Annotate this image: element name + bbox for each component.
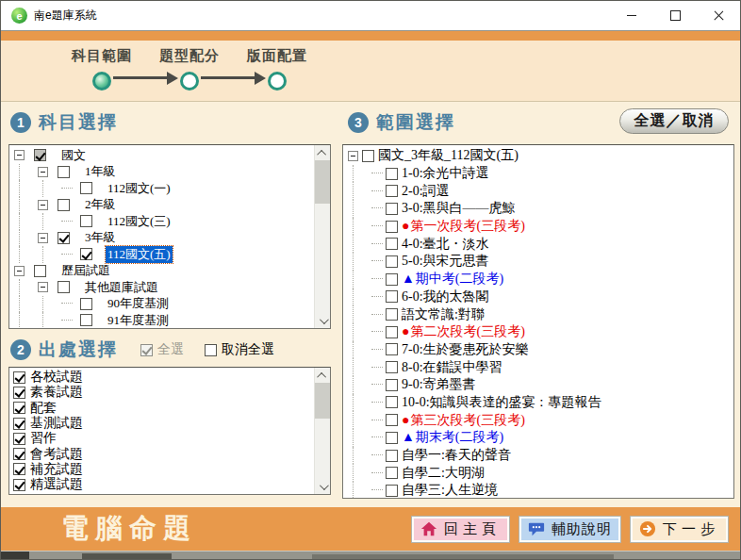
tree-checkbox[interactable] [80, 298, 92, 310]
tree-item-label[interactable]: 1年級 [85, 163, 116, 180]
tree-checkbox[interactable] [386, 485, 398, 497]
tree-expander-icon[interactable] [38, 167, 48, 177]
tree-checkbox[interactable] [386, 203, 398, 215]
list-item-checkbox[interactable] [13, 418, 25, 430]
tree-expander-icon[interactable] [38, 233, 48, 243]
tree-item-label[interactable]: ●第一次段考(三段考) [402, 218, 525, 235]
tree-item-label[interactable]: 4-0:臺北・淡水 [402, 236, 489, 253]
tree-checkbox[interactable] [34, 149, 46, 161]
tree-checkbox[interactable] [386, 450, 398, 462]
tree-checkbox[interactable] [386, 273, 398, 286]
list-item-checkbox[interactable] [13, 371, 25, 384]
tree-checkbox[interactable] [58, 281, 70, 293]
tree-item-label[interactable]: 112國文(五) [106, 246, 173, 263]
tree-item-label[interactable]: 語文常識:對聯 [402, 306, 485, 323]
tree-item[interactable]: ●第三次段考(三段考) [344, 411, 733, 429]
minimize-button[interactable] [610, 1, 653, 30]
list-item[interactable]: 配套 [10, 401, 313, 416]
tree-item-label[interactable]: 9-0:寄弟墨書 [402, 376, 476, 393]
scrollbar[interactable] [314, 145, 330, 328]
tree-checkbox[interactable] [386, 326, 398, 338]
select-all-checkbox[interactable] [140, 344, 153, 356]
tree-item[interactable]: 自學二:大明湖 [344, 464, 733, 482]
close-button[interactable] [697, 1, 740, 30]
tree-item-label[interactable]: 5-0:與宋元思書 [402, 253, 489, 270]
scroll-up-button[interactable] [315, 145, 330, 160]
scroll-up-button[interactable] [315, 368, 330, 383]
tree-item[interactable]: 112國文(三) [10, 213, 313, 230]
list-item[interactable]: 基測試題 [10, 416, 313, 431]
tree-item[interactable]: ▲期中考(二段考) [344, 271, 733, 288]
deselect-all-option[interactable]: 取消全選 [205, 341, 274, 358]
tree-item-label[interactable]: 國文 [61, 147, 86, 164]
tree-checkbox[interactable] [386, 185, 398, 197]
scrollbar[interactable] [314, 368, 330, 494]
tree-checkbox[interactable] [386, 396, 398, 408]
tree-item-label[interactable]: ●第二次段考(三段考) [402, 323, 525, 340]
tree-expander-icon[interactable] [38, 282, 48, 292]
tree-item-label[interactable]: 其他題庫試題 [85, 279, 158, 296]
tree-item[interactable]: ●第二次段考(三段考) [344, 323, 733, 341]
tree-checkbox[interactable] [58, 166, 70, 178]
tree-item[interactable]: 自學一:春天的聲音 [344, 447, 733, 465]
help-button[interactable]: 輔助說明 [519, 516, 621, 543]
tree-item[interactable]: 8-0:在錯誤中學習 [344, 358, 733, 376]
list-item-checkbox[interactable] [13, 448, 25, 460]
tree-item-label[interactable]: 112國文(三) [107, 213, 171, 230]
tree-item[interactable]: ▲期末考(二段考) [344, 429, 733, 447]
list-item[interactable]: 各校試題 [10, 370, 313, 385]
tree-checkbox[interactable] [80, 182, 92, 194]
tree-item-label[interactable]: 2-0:詞選 [402, 183, 450, 200]
tree-item-label[interactable]: 自學一:春天的聲音 [402, 447, 511, 464]
tree-item-label[interactable]: 國文_3年級_112國文(五) [378, 147, 519, 164]
scrollbar-track[interactable] [315, 383, 330, 479]
list-item[interactable]: 素養試題 [10, 385, 313, 400]
tree-item-label[interactable]: 112國文(一) [107, 180, 171, 197]
tree-checkbox[interactable] [34, 265, 46, 277]
tree-expander-icon[interactable] [348, 151, 358, 161]
tree-item[interactable]: 2-0:詞選 [344, 182, 733, 200]
tree-item[interactable]: 10-0:知識與表達的盛宴：專題報告 [344, 394, 733, 412]
tree-item[interactable]: 語文常識:對聯 [344, 305, 733, 323]
scroll-down-button[interactable] [315, 479, 330, 494]
tree-item[interactable]: 其他題庫試題 [10, 279, 313, 296]
list-item[interactable]: 補充試題 [10, 462, 313, 477]
tree-item[interactable]: 5-0:與宋元思書 [344, 253, 733, 271]
tree-checkbox[interactable] [386, 255, 398, 268]
list-item-checkbox[interactable] [13, 479, 25, 491]
tree-item-label[interactable]: 6-0:我的太魯閣 [402, 288, 489, 305]
maximize-button[interactable] [653, 1, 697, 30]
tree-item[interactable]: 91年度基測 [10, 312, 313, 328]
tree-checkbox[interactable] [386, 238, 398, 250]
tree-item[interactable]: 9-0:寄弟墨書 [344, 376, 733, 394]
tree-checkbox[interactable] [386, 168, 398, 180]
scrollbar-track[interactable] [315, 160, 330, 313]
tree-item-label[interactable]: 91年度基測 [107, 312, 169, 328]
tree-item[interactable]: 4-0:臺北・淡水 [344, 235, 733, 253]
tree-checkbox[interactable] [386, 414, 398, 426]
tree-checkbox[interactable] [58, 232, 70, 244]
list-item[interactable]: 習作 [10, 431, 313, 446]
tree-item-label[interactable]: 10-0:知識與表達的盛宴：專題報告 [402, 394, 601, 411]
list-item[interactable]: 精選試題 [10, 477, 313, 492]
tree-item-label[interactable]: 歷屆試題 [61, 262, 110, 279]
tree-item[interactable]: 112國文(一) [10, 180, 313, 197]
tree-item[interactable]: 歷屆試題 [10, 263, 313, 280]
list-item-checkbox[interactable] [13, 433, 25, 445]
deselect-all-checkbox[interactable] [205, 344, 217, 356]
tree-item-label[interactable]: 3-0:黑與白——虎鯨 [402, 200, 516, 217]
tree-item[interactable]: 3-0:黑與白——虎鯨 [344, 200, 733, 218]
tree-checkbox[interactable] [80, 248, 92, 260]
tree-checkbox[interactable] [80, 215, 92, 227]
tree-expander-icon[interactable] [14, 150, 25, 160]
tree-checkbox[interactable] [386, 361, 398, 373]
tree-item-label[interactable]: 自學二:大明湖 [402, 465, 485, 482]
home-button[interactable]: 回主頁 [411, 516, 510, 543]
tree-item[interactable]: 國文_3年級_112國文(五) [344, 147, 733, 165]
select-all-option[interactable]: 全選 [140, 341, 184, 358]
tree-item[interactable]: 1-0:余光中詩選 [344, 165, 733, 183]
tree-item-label[interactable]: ▲期末考(二段考) [402, 429, 503, 446]
tree-checkbox[interactable] [386, 221, 398, 233]
tree-expander-icon[interactable] [38, 200, 48, 210]
list-item-checkbox[interactable] [13, 463, 25, 475]
